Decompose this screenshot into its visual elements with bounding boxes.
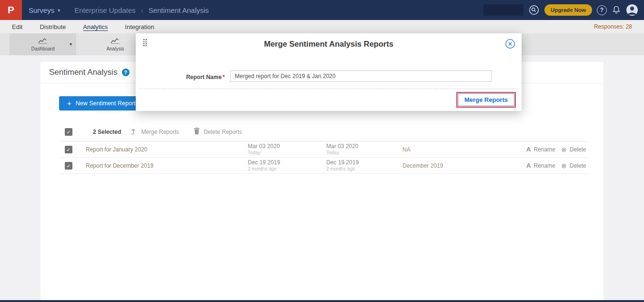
table-row: ✓ Report for December 2019 Dec 19 2019 2… xyxy=(59,158,588,174)
search-icon[interactable] xyxy=(528,4,540,16)
rename-button[interactable]: A Rename xyxy=(526,162,561,169)
breadcrumb-parent[interactable]: Enterprise Updates xyxy=(74,6,135,14)
merge-action-label: Merge Reports xyxy=(141,129,179,135)
rename-button[interactable]: A Rename xyxy=(526,146,561,153)
delete-reports-action[interactable]: Delete Reports xyxy=(193,127,242,136)
created-date: Mar 03 2020 Today xyxy=(248,143,326,156)
check-icon: ✓ xyxy=(67,163,71,169)
date-relative: Today xyxy=(248,150,326,156)
date-value: Dec 19 2019 xyxy=(248,159,326,166)
help-glyph: ? xyxy=(124,70,127,75)
logo-letter: P xyxy=(8,4,14,16)
nav-tab-edit[interactable]: Edit xyxy=(12,23,22,30)
breadcrumb-current: Sentiment Analysis xyxy=(149,6,209,14)
check-icon: ✓ xyxy=(67,147,71,152)
created-date: Dec 19 2019 2 months ago xyxy=(248,159,326,172)
click-highlight-box: Merge Reports xyxy=(456,92,516,108)
delete-label: Delete xyxy=(570,146,586,153)
product-label: Surveys xyxy=(29,6,54,14)
page-title: Sentiment Analysis xyxy=(49,68,118,77)
nav-tab-distribute[interactable]: Distribute xyxy=(40,23,66,30)
responses-count: Responses: 28 xyxy=(594,23,632,30)
report-name-label: Report Name* xyxy=(136,74,225,81)
nav-tab-integration[interactable]: Integration xyxy=(125,23,154,30)
upgrade-now-button[interactable]: Upgrade Now xyxy=(544,4,592,16)
reports-table: ✓ 2 Selected Merge Reports Delete Report… xyxy=(59,122,588,174)
table-row: ✓ Report for January 2020 Mar 03 2020 To… xyxy=(59,141,588,158)
chart-icon xyxy=(38,37,48,45)
required-marker: * xyxy=(222,74,225,81)
report-name-link[interactable]: Report for January 2020 xyxy=(86,146,248,153)
modal-title: Merge Sentiment Analysis Reports xyxy=(136,40,522,49)
survey-sub-nav: Edit Distribute Analytics Integration Re… xyxy=(0,20,644,33)
caret-down-icon: ▾ xyxy=(58,8,60,13)
caret-down-icon[interactable]: ▾ xyxy=(70,41,72,47)
topbar-actions: Upgrade Now ? xyxy=(483,4,644,16)
date-value: Mar 03 2020 xyxy=(248,143,326,150)
modified-date: Mar 03 2020 Today xyxy=(326,143,402,156)
date-value: Mar 03 2020 xyxy=(326,143,402,150)
delete-button[interactable]: ⊗ Delete xyxy=(561,162,586,169)
top-bar: P Surveys ▾ Enterprise Updates › Sentime… xyxy=(0,0,644,20)
notifications-bell-icon[interactable] xyxy=(612,5,621,15)
report-name-link[interactable]: Report for December 2019 xyxy=(86,162,248,169)
date-relative: 2 months ago xyxy=(326,166,402,172)
toolbar-item-dashboard[interactable]: Dashboard ▾ xyxy=(10,33,76,55)
delete-circle-x-icon: ⊗ xyxy=(561,162,567,169)
merge-reports-action[interactable]: Merge Reports xyxy=(130,127,179,136)
new-report-label: New Sentiment Report xyxy=(76,100,136,107)
help-icon[interactable]: ? xyxy=(597,5,607,15)
dashed-divider xyxy=(140,89,518,89)
search-input[interactable] xyxy=(483,4,523,16)
modified-date: Dec 19 2019 2 months ago xyxy=(326,159,402,172)
delete-button[interactable]: ⊗ Delete xyxy=(561,146,586,153)
help-glyph: ? xyxy=(600,7,604,13)
plus-icon: + xyxy=(67,101,71,106)
merge-reports-button[interactable]: Merge Reports xyxy=(458,93,514,106)
row-checkbox[interactable]: ✓ xyxy=(65,146,72,153)
selected-count: 2 Selected xyxy=(93,129,121,135)
report-name-input[interactable] xyxy=(230,70,492,82)
report-period: December 2019 xyxy=(402,162,526,169)
bottom-bar xyxy=(0,300,644,302)
app-logo[interactable]: P xyxy=(0,0,22,20)
chevron-right-icon: › xyxy=(141,6,143,14)
user-avatar[interactable] xyxy=(626,4,638,16)
modal-close-icon[interactable] xyxy=(505,39,515,51)
report-period: NA xyxy=(402,146,526,153)
new-sentiment-report-button[interactable]: + New Sentiment Report xyxy=(59,96,144,111)
check-icon: ✓ xyxy=(67,129,71,135)
rename-icon: A xyxy=(526,146,531,152)
product-switcher[interactable]: Surveys ▾ xyxy=(29,6,60,14)
date-relative: Today xyxy=(326,150,402,156)
row-checkbox[interactable]: ✓ xyxy=(65,162,72,170)
trash-icon xyxy=(193,127,200,136)
nav-tab-analytics[interactable]: Analytics xyxy=(83,23,108,30)
merge-icon xyxy=(130,127,137,136)
delete-label: Delete xyxy=(570,162,586,169)
delete-action-label: Delete Reports xyxy=(204,129,242,135)
toolbar-dashboard-label: Dashboard xyxy=(31,46,55,51)
rename-label: Rename xyxy=(533,162,555,169)
toolbar-analysis-label: Analysis xyxy=(106,46,124,51)
date-value: Dec 19 2019 xyxy=(326,159,402,166)
delete-circle-x-icon: ⊗ xyxy=(561,146,567,153)
merge-reports-modal: ⣿ Merge Sentiment Analysis Reports Repor… xyxy=(136,33,522,111)
bulk-actions-bar: ✓ 2 Selected Merge Reports Delete Report… xyxy=(59,122,588,141)
breadcrumb: Enterprise Updates › Sentiment Analysis xyxy=(74,6,209,14)
chart-icon xyxy=(111,37,120,45)
rename-label: Rename xyxy=(533,146,555,153)
rename-icon: A xyxy=(526,162,531,169)
page-help-icon[interactable]: ? xyxy=(122,69,130,76)
select-all-checkbox[interactable]: ✓ xyxy=(65,128,72,136)
field-label: Report Name xyxy=(186,74,222,81)
date-relative: 2 months ago xyxy=(248,166,326,172)
